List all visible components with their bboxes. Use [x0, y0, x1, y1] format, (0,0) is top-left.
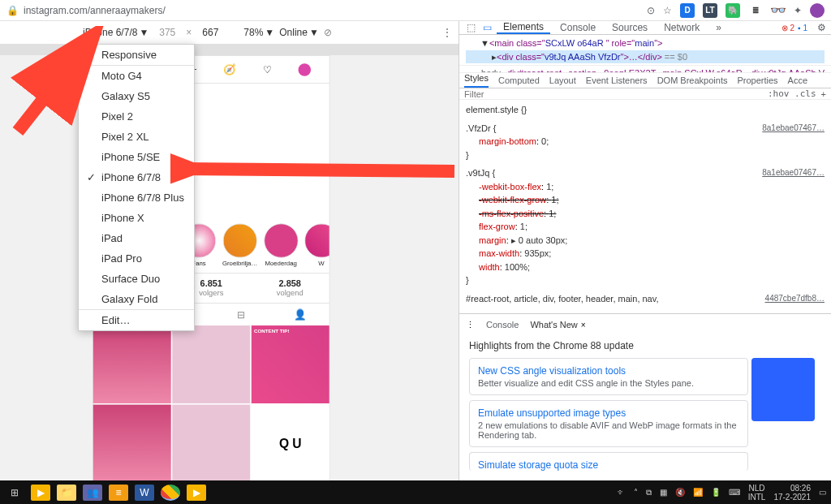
subtab-styles[interactable]: Styles [464, 73, 489, 88]
device-dropdown: Responsive Moto G4 Galaxy S5 Pixel 2 Pix… [78, 44, 195, 331]
dd-item[interactable]: Pixel 2 [79, 106, 194, 127]
drawer-tab-console[interactable]: Console [486, 320, 519, 330]
extension-icon[interactable]: 🐘 [726, 3, 740, 18]
windows-taskbar: ⊞ ▶ 📁 👥 ≡ W ▶ ᯤ ˄ ⧉ ▦ 🔇 📶 🔋 ⌨ NLDINTL 08… [0, 480, 831, 504]
hov-cls-toggle[interactable]: :hov .cls [768, 88, 816, 99]
dd-item[interactable]: Pixel 2 XL [79, 127, 194, 147]
dd-item[interactable]: iPad Pro [79, 248, 194, 269]
extension-icon[interactable]: ≣ [748, 3, 763, 18]
styles-tabs: Styles Computed Layout Event Listeners D… [459, 73, 831, 88]
drawer-more-icon[interactable]: ⋮ [466, 320, 475, 330]
post-thumb[interactable] [252, 325, 329, 403]
settings-icon[interactable]: ⚙ [817, 22, 826, 33]
dd-item[interactable]: iPhone 6/7/8 Plus [79, 187, 194, 208]
tray-icon[interactable]: ▦ [660, 488, 667, 497]
whatsnew-card[interactable]: Emulate unsupported image types2 new emu… [469, 400, 748, 447]
whatsnew-card[interactable]: New CSS angle visualization toolsBetter … [469, 358, 748, 395]
subtab-dom-bp[interactable]: DOM Breakpoints [657, 75, 728, 85]
close-icon[interactable]: × [581, 321, 586, 330]
dd-item[interactable]: iPad [79, 228, 194, 248]
device-toolbar: iPhone 6/7/8 ▼ 375 × 667 78% ▼ Online ▼ … [0, 21, 459, 44]
search-icon[interactable]: ⊙ [647, 5, 655, 16]
profile-icon[interactable] [299, 63, 312, 76]
tab-network[interactable]: Network [657, 21, 706, 34]
throttle-selector[interactable]: Online ▼ [279, 27, 319, 38]
zoom-selector[interactable]: 78% ▼ [243, 27, 274, 38]
post-thumb[interactable]: Q U [252, 405, 329, 483]
device-height[interactable]: 667 [196, 27, 224, 38]
tray-icon[interactable]: ᯤ [618, 488, 626, 497]
styles-panel[interactable]: element.style {}.VfzDr {8a1ebae07467…mar… [459, 100, 831, 313]
drawer-tab-whatsnew[interactable]: What's New [530, 320, 577, 330]
following-stat[interactable]: 2.858volgend [251, 274, 329, 303]
teams-icon[interactable]: 👥 [83, 485, 102, 501]
battery-icon[interactable]: 🔋 [711, 488, 721, 497]
dd-item[interactable]: Galaxy S5 [79, 86, 194, 106]
subtab-events[interactable]: Event Listeners [586, 75, 648, 85]
taskbar-app[interactable]: ▶ [31, 485, 50, 501]
explore-icon[interactable]: 🧭 [223, 63, 236, 75]
add-rule-icon[interactable]: + [821, 89, 826, 99]
heart-icon[interactable]: ♡ [263, 63, 272, 75]
word-icon[interactable]: W [135, 485, 154, 501]
dd-item-selected[interactable]: iPhone 6/7/8 [79, 167, 194, 187]
chevron-up-icon[interactable]: ˄ [634, 488, 638, 497]
device-width[interactable]: 375 [153, 27, 181, 38]
post-thumb[interactable] [93, 325, 171, 403]
subtab-props[interactable]: Properties [737, 75, 777, 85]
extension-icon[interactable]: 👓 [771, 3, 786, 18]
post-thumb[interactable] [93, 405, 171, 483]
warning-count[interactable]: ▪ 1 [798, 24, 807, 32]
dom-tree[interactable]: ▼<main class="SCxLW o64aR " role="main">… [459, 35, 831, 65]
error-count[interactable]: ⊗ 2 [781, 24, 794, 32]
igtv-tab[interactable]: ⊟ [211, 304, 270, 325]
extension-icon[interactable]: LT [703, 3, 717, 18]
dd-responsive[interactable]: Responsive [79, 45, 194, 65]
dd-item[interactable]: Moto G4 [79, 66, 194, 86]
tab-elements[interactable]: Elements [497, 21, 550, 34]
dd-item[interactable]: Galaxy Fold [79, 289, 194, 309]
device-selector[interactable]: iPhone 6/7/8 ▼ [83, 27, 149, 38]
explorer-icon[interactable]: 📁 [57, 485, 76, 501]
post-thumb[interactable] [172, 325, 250, 403]
tab-more[interactable]: » [709, 21, 728, 34]
taskbar-app[interactable]: ≡ [109, 485, 128, 501]
tab-sources[interactable]: Sources [605, 21, 654, 34]
devtools-tabs: ⬚ ▭ Elements Console Sources Network » ⊗… [459, 21, 831, 35]
post-thumb[interactable] [172, 405, 250, 483]
whatsnew-image [751, 358, 815, 421]
subtab-computed[interactable]: Computed [498, 75, 540, 85]
dd-item[interactable]: Surface Duo [79, 269, 194, 289]
taskbar-app[interactable]: ▶ [187, 485, 206, 501]
inspect-icon[interactable]: ⬚ [464, 22, 477, 33]
chrome-icon[interactable] [161, 485, 180, 501]
dd-item[interactable]: iPhone 5/SE [79, 147, 194, 167]
url-text[interactable]: instagram.com/anneraaymakers/ [24, 5, 647, 16]
clock[interactable]: 08:2617-2-2021 [773, 484, 811, 502]
dd-item[interactable]: iPhone X [79, 208, 194, 228]
whatsnew-headline: Highlights from the Chrome 88 update [469, 340, 821, 351]
more-icon[interactable]: ⋮ [442, 27, 452, 38]
wifi-icon[interactable]: 📶 [693, 488, 703, 497]
dd-edit[interactable]: Edit… [79, 310, 194, 330]
taskview-icon[interactable]: ⊞ [5, 485, 24, 501]
filter-input[interactable] [464, 89, 768, 99]
subtab-layout[interactable]: Layout [549, 75, 576, 85]
whatsnew-card[interactable]: Simulate storage quota size [469, 452, 748, 471]
device-emulation-pane: iPhone 6/7/8 ▼ 375 × 667 78% ▼ Online ▼ … [0, 21, 459, 480]
extensions-icon[interactable]: ✦ [794, 5, 802, 16]
tab-console[interactable]: Console [553, 21, 602, 34]
tagged-tab[interactable]: 👤 [270, 304, 329, 325]
star-icon[interactable]: ☆ [663, 5, 672, 16]
subtab-acc[interactable]: Acce [788, 75, 807, 85]
keyboard-icon[interactable]: ⌨ [729, 488, 740, 497]
dropbox-icon[interactable]: ⧉ [646, 488, 652, 498]
profile-avatar[interactable] [810, 3, 825, 18]
dom-breadcrumb[interactable]: … body div#react-root section._9eogI.E3X… [459, 65, 831, 73]
volume-icon[interactable]: 🔇 [675, 488, 685, 497]
dimension-separator: × [186, 27, 192, 38]
extension-icon[interactable]: D [680, 3, 695, 18]
device-mode-icon[interactable]: ▭ [480, 22, 493, 33]
notifications-icon[interactable]: ▭ [819, 488, 826, 497]
rotate-icon[interactable]: ⊘ [324, 27, 332, 38]
